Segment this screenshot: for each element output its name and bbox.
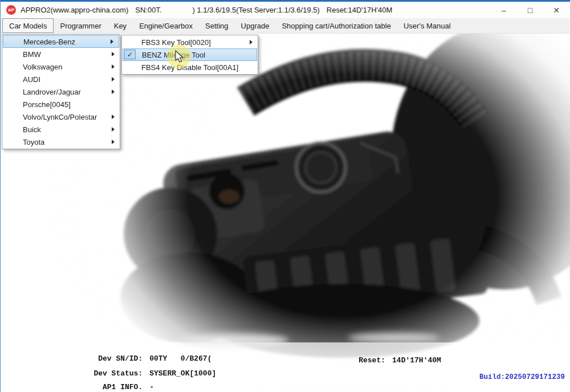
submenu-arrow-icon (112, 127, 115, 132)
checkmark-icon: ✓ (124, 50, 136, 59)
menu-item-toyota[interactable]: Toyota (2, 136, 120, 148)
submenu-arrow-icon (112, 64, 115, 69)
menu-item-label: Mercedes-Benz (23, 38, 75, 46)
submenu-arrow-icon (112, 77, 115, 81)
submenu-arrow-icon (250, 40, 253, 44)
ap1-info-row: AP1 INFO.- (1, 374, 154, 392)
build-number: Build:20250729171239 (479, 373, 565, 381)
submenu-arrow-icon (111, 39, 113, 44)
menu-item-landrover-jaguar[interactable]: Landrover/Jaguar (2, 85, 120, 98)
submenu-arrow-icon (112, 89, 115, 94)
menu-item-porsche[interactable]: Porsche[0045] (2, 98, 120, 111)
ap1-info-value: - (149, 383, 154, 391)
title-app-name: APPRO2(www.appro-china.com) (21, 6, 128, 14)
menu-key[interactable]: Key (108, 18, 133, 33)
title-reset-info: Reset:14D'17H'40M (327, 6, 393, 14)
minimize-icon[interactable]: – (491, 2, 517, 18)
menu-setting[interactable]: Setting (199, 18, 234, 33)
menu-item-bmw[interactable]: BMW (2, 48, 120, 60)
title-serial-number: SN:00T. (135, 6, 161, 14)
submenu-arrow-icon (112, 52, 115, 56)
menu-programmer[interactable]: Programmer (54, 18, 107, 33)
reset-row: Reset:14D'17H'40M (341, 348, 441, 373)
menu-item-volkswagen[interactable]: Volkswagen (2, 60, 120, 73)
menu-item-buick[interactable]: Buick (2, 123, 120, 136)
submenu-item-label: FBS4 Key Disable Tool[00A1] (141, 63, 238, 72)
menu-upgrade[interactable]: Upgrade (235, 18, 276, 33)
menu-users-manual[interactable]: User's Manual (397, 18, 457, 33)
app-logo-icon: AP (6, 5, 16, 15)
submenu-item-label: BENZ Mileage Tool (142, 51, 205, 59)
mercedes-submenu: FBS3 Key Tool[0020] ✓ BENZ Mileage Tool … (121, 35, 258, 75)
maximize-icon[interactable]: □ (517, 2, 543, 18)
car-models-dropdown: Mercedes-Benz BMW Volkswagen AUDI Landro… (2, 34, 120, 149)
title-bar: AP APPRO2(www.appro-china.com) SN:00T. )… (1, 2, 569, 18)
submenu-item-benz-mileage-tool[interactable]: ✓ BENZ Mileage Tool (123, 48, 257, 61)
menu-item-label: AUDI (23, 75, 40, 84)
ap1-info-label: AP1 INFO. (18, 383, 142, 391)
title-version-info: ) 1.1/3.6/19.5(Test Server:1.1/3.6/19.5) (193, 6, 320, 14)
menu-item-label: Volkswagen (23, 63, 62, 71)
app-window: AP APPRO2(www.appro-china.com) SN:00T. )… (0, 0, 570, 392)
menu-item-label: Landrover/Jaguar (23, 88, 81, 96)
submenu-item-fbs3-key-tool[interactable]: FBS3 Key Tool[0020] (122, 36, 258, 48)
reset-label: Reset: (359, 356, 385, 365)
menu-item-label: Toyota (23, 138, 44, 146)
menu-item-audi[interactable]: AUDI (2, 73, 120, 85)
menu-engine-gearbox[interactable]: Engine/Gearbox (133, 18, 199, 33)
menu-item-label: BMW (23, 50, 41, 59)
dev-status-value: SYSERR_OK[1000] (149, 369, 216, 378)
menu-item-mercedes-benz[interactable]: Mercedes-Benz (3, 35, 119, 48)
menu-item-label: Porsche[0045] (23, 100, 71, 109)
menu-bar: Car Models Programmer Key Engine/Gearbox… (1, 18, 569, 34)
menu-item-volvo-lynkco-polestar[interactable]: Volvo/LynkCo/Polestar (2, 111, 120, 123)
menu-car-models[interactable]: Car Models (2, 18, 54, 33)
submenu-arrow-icon (112, 115, 115, 119)
reset-value: 14D'17H'40M (392, 356, 441, 365)
window-controls: – □ ✕ (491, 2, 569, 18)
menu-item-label: Volvo/LynkCo/Polestar (23, 113, 97, 121)
submenu-item-fbs4-key-disable-tool[interactable]: FBS4 Key Disable Tool[00A1] (122, 61, 258, 74)
menu-shopping-cart[interactable]: Shopping cart/Authorization table (275, 18, 397, 33)
submenu-arrow-icon (112, 140, 115, 144)
submenu-item-label: FBS3 Key Tool[0020] (141, 38, 211, 47)
close-icon[interactable]: ✕ (543, 2, 569, 18)
menu-item-label: Buick (23, 125, 41, 134)
